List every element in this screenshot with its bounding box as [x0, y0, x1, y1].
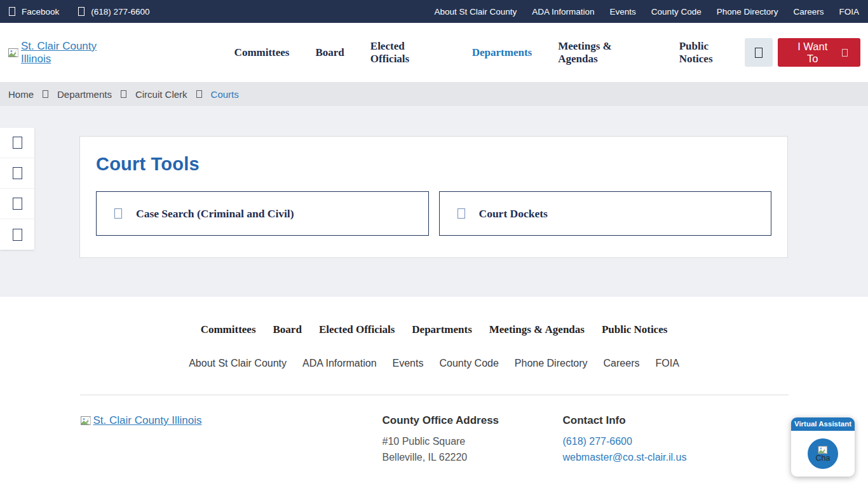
breadcrumb: Home Departments Circuit Clerk Courts	[0, 82, 868, 106]
breadcrumb-separator-icon	[196, 90, 202, 98]
topbar-link-events[interactable]: Events	[610, 7, 636, 17]
footer-link-careers[interactable]: Careers	[604, 358, 640, 369]
topbar-link-about[interactable]: About St Clair County	[434, 7, 517, 17]
footer-link-foia[interactable]: FOIA	[655, 358, 679, 369]
site-logo-link[interactable]: St. Clair County Illinois	[8, 40, 130, 65]
virtual-assistant-title: Virtual Assistant	[791, 417, 855, 431]
footer-nav-secondary: About St Clair County ADA Information Ev…	[0, 358, 868, 369]
footer-nav-meetings-agendas[interactable]: Meetings & Agendas	[489, 323, 585, 336]
nav-committees[interactable]: Committees	[234, 46, 290, 59]
share-button-2[interactable]	[0, 158, 34, 189]
nav-departments[interactable]: Departments	[472, 46, 532, 59]
court-dockets-button[interactable]: Court Dockets	[439, 191, 772, 236]
footer-bottom-row: St. Clair County Illinois County Office …	[80, 414, 789, 466]
contact-heading: Contact Info	[563, 414, 687, 427]
topbar-link-county-code[interactable]: County Code	[651, 7, 702, 17]
footer-nav-elected-officials[interactable]: Elected Officials	[319, 323, 395, 336]
share-button-4[interactable]	[0, 219, 34, 250]
chat-avatar[interactable]: Cha	[808, 438, 838, 469]
footer-nav-primary: Committees Board Elected Officials Depar…	[0, 323, 868, 336]
share-icon	[13, 167, 22, 179]
case-search-icon	[114, 208, 122, 219]
search-button[interactable]	[745, 38, 773, 67]
footer-link-phone-directory[interactable]: Phone Directory	[515, 358, 588, 369]
footer-logo-text: St. Clair County Illinois	[93, 414, 202, 427]
share-button-1[interactable]	[0, 128, 34, 158]
footer-nav-departments[interactable]: Departments	[412, 323, 471, 336]
case-search-label: Case Search (Criminal and Civil)	[136, 207, 294, 220]
main-nav: Committees Board Elected Officials Depar…	[234, 40, 745, 65]
footer-link-county-code[interactable]: County Code	[439, 358, 498, 369]
contact-phone-link[interactable]: (618) 277-6600	[563, 434, 687, 450]
nav-public-notices[interactable]: Public Notices	[679, 40, 745, 65]
footer-nav-board[interactable]: Board	[273, 323, 302, 336]
topbar-link-ada[interactable]: ADA Information	[532, 7, 594, 17]
header-actions: I Want To	[745, 38, 860, 67]
phone-link[interactable]: (618) 277-6600	[78, 7, 149, 17]
i-want-to-label: I Want To	[790, 41, 834, 65]
nav-elected-officials[interactable]: Elected Officials	[370, 40, 446, 65]
tool-buttons-row: Case Search (Criminal and Civil) Court D…	[96, 191, 771, 236]
case-search-button[interactable]: Case Search (Criminal and Civil)	[96, 191, 429, 236]
share-icon	[13, 198, 22, 210]
footer-link-events[interactable]: Events	[393, 358, 424, 369]
i-want-to-button[interactable]: I Want To	[778, 38, 860, 67]
site-footer: Committees Board Elected Officials Depar…	[0, 297, 868, 466]
topbar-right-group: About St Clair County ADA Information Ev…	[434, 7, 859, 17]
content-area: Court Tools Case Search (Criminal and Ci…	[0, 106, 868, 297]
footer-address-column: County Office Address #10 Public Square …	[383, 414, 563, 466]
address-line-2: Belleville, IL 62220	[383, 450, 563, 466]
court-dockets-label: Court Dockets	[479, 207, 548, 220]
court-tools-card: Court Tools Case Search (Criminal and Ci…	[79, 136, 788, 258]
page-title: Court Tools	[96, 154, 787, 175]
footer-contact-column: Contact Info (618) 277-6600 webmaster@co…	[563, 414, 687, 466]
footer-divider	[80, 395, 789, 395]
breadcrumb-separator-icon	[43, 90, 48, 98]
top-utility-bar: Facebook (618) 277-6600 About St Clair C…	[0, 0, 868, 23]
footer-nav-committees[interactable]: Committees	[201, 323, 256, 336]
caret-down-icon	[842, 49, 848, 57]
facebook-link[interactable]: Facebook	[9, 7, 59, 17]
facebook-label: Facebook	[22, 7, 59, 17]
search-icon	[755, 48, 763, 58]
chat-avatar-alt-text: Cha	[816, 454, 831, 463]
topbar-link-careers[interactable]: Careers	[793, 7, 824, 17]
virtual-assistant-widget[interactable]: Virtual Assistant Cha	[791, 417, 855, 477]
topbar-link-phone-directory[interactable]: Phone Directory	[717, 7, 778, 17]
phone-label: (618) 277-6600	[91, 7, 149, 17]
site-logo-text: St. Clair County Illinois	[21, 40, 130, 65]
breadcrumb-current-courts: Courts	[211, 89, 239, 100]
nav-meetings-agendas[interactable]: Meetings & Agendas	[558, 40, 653, 65]
footer-nav-public-notices[interactable]: Public Notices	[602, 323, 667, 336]
nav-board[interactable]: Board	[315, 46, 344, 59]
topbar-left-group: Facebook (618) 277-6600	[9, 7, 150, 17]
site-header: St. Clair County Illinois Committees Boa…	[0, 23, 868, 82]
footer-logo-column: St. Clair County Illinois	[80, 414, 383, 466]
topbar-link-foia[interactable]: FOIA	[839, 7, 859, 17]
share-icon	[13, 137, 22, 149]
address-line-1: #10 Public Square	[383, 434, 563, 450]
contact-email-link[interactable]: webmaster@co.st-clair.il.us	[563, 450, 687, 466]
social-share-strip	[0, 128, 34, 250]
facebook-icon	[9, 7, 15, 16]
address-heading: County Office Address	[383, 414, 563, 427]
breadcrumb-home[interactable]: Home	[8, 89, 34, 100]
broken-image-icon	[80, 415, 92, 426]
share-icon	[13, 229, 22, 241]
footer-logo-link[interactable]: St. Clair County Illinois	[80, 414, 202, 427]
broken-image-icon	[8, 47, 20, 58]
share-button-3[interactable]	[0, 189, 34, 219]
breadcrumb-departments[interactable]: Departments	[57, 89, 112, 100]
virtual-assistant-body: Cha	[791, 431, 855, 477]
breadcrumb-separator-icon	[121, 90, 126, 98]
phone-icon	[78, 7, 85, 16]
court-dockets-icon	[458, 208, 465, 219]
breadcrumb-circuit-clerk[interactable]: Circuit Clerk	[135, 89, 187, 100]
footer-link-ada[interactable]: ADA Information	[302, 358, 377, 369]
footer-link-about[interactable]: About St Clair County	[189, 358, 287, 369]
